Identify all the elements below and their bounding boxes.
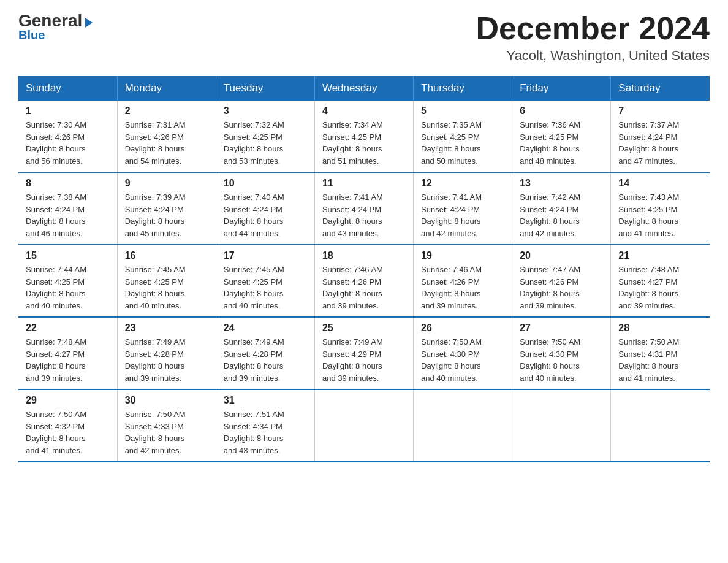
day-info: Sunrise: 7:38 AMSunset: 4:24 PMDaylight:… [26, 193, 86, 238]
table-row: 23 Sunrise: 7:49 AMSunset: 4:28 PMDaylig… [117, 317, 216, 389]
day-number: 27 [520, 323, 603, 334]
table-row: 15 Sunrise: 7:44 AMSunset: 4:25 PMDaylig… [18, 245, 117, 317]
day-number: 2 [125, 105, 208, 117]
day-number: 18 [322, 250, 406, 261]
table-row: 4 Sunrise: 7:34 AMSunset: 4:25 PMDayligh… [314, 101, 413, 172]
logo-text: General [18, 12, 94, 29]
table-row: 12 Sunrise: 7:41 AMSunset: 4:24 PMDaylig… [414, 172, 512, 245]
calendar-table: Sunday Monday Tuesday Wednesday Thursday… [18, 76, 710, 462]
day-number: 6 [520, 105, 603, 117]
table-row: 11 Sunrise: 7:41 AMSunset: 4:24 PMDaylig… [314, 172, 413, 245]
header-monday: Monday [117, 76, 216, 101]
day-info: Sunrise: 7:44 AMSunset: 4:25 PMDaylight:… [26, 265, 86, 310]
day-number: 19 [421, 250, 504, 261]
day-info: Sunrise: 7:32 AMSunset: 4:25 PMDaylight:… [224, 120, 284, 166]
location-title: Yacolt, Washington, United States [476, 48, 710, 64]
day-number: 11 [322, 178, 406, 189]
table-row: 9 Sunrise: 7:39 AMSunset: 4:24 PMDayligh… [117, 172, 216, 245]
header-friday: Friday [512, 76, 611, 101]
logo-triangle-icon [83, 17, 94, 28]
table-row [512, 389, 611, 462]
table-row: 27 Sunrise: 7:50 AMSunset: 4:30 PMDaylig… [512, 317, 611, 389]
day-info: Sunrise: 7:48 AMSunset: 4:27 PMDaylight:… [26, 337, 86, 383]
day-info: Sunrise: 7:34 AMSunset: 4:25 PMDaylight:… [322, 120, 383, 166]
title-section: December 2024 Yacolt, Washington, United… [476, 12, 710, 64]
table-row: 5 Sunrise: 7:35 AMSunset: 4:25 PMDayligh… [414, 101, 512, 172]
table-row: 19 Sunrise: 7:46 AMSunset: 4:26 PMDaylig… [414, 245, 512, 317]
calendar-week-row: 22 Sunrise: 7:48 AMSunset: 4:27 PMDaylig… [18, 317, 710, 389]
table-row: 28 Sunrise: 7:50 AMSunset: 4:31 PMDaylig… [611, 317, 710, 389]
day-number: 10 [224, 178, 307, 189]
day-number: 12 [421, 178, 504, 189]
day-info: Sunrise: 7:48 AMSunset: 4:27 PMDaylight:… [618, 265, 679, 310]
day-number: 3 [224, 105, 307, 117]
table-row: 13 Sunrise: 7:42 AMSunset: 4:24 PMDaylig… [512, 172, 611, 245]
day-info: Sunrise: 7:46 AMSunset: 4:26 PMDaylight:… [322, 265, 383, 310]
day-info: Sunrise: 7:50 AMSunset: 4:33 PMDaylight:… [125, 410, 186, 455]
day-number: 16 [125, 250, 208, 261]
month-title: December 2024 [476, 12, 710, 44]
day-info: Sunrise: 7:45 AMSunset: 4:25 PMDaylight:… [224, 265, 284, 310]
day-info: Sunrise: 7:50 AMSunset: 4:30 PMDaylight:… [520, 337, 580, 383]
table-row: 30 Sunrise: 7:50 AMSunset: 4:33 PMDaylig… [117, 389, 216, 462]
table-row: 6 Sunrise: 7:36 AMSunset: 4:25 PMDayligh… [512, 101, 611, 172]
table-row: 16 Sunrise: 7:45 AMSunset: 4:25 PMDaylig… [117, 245, 216, 317]
table-row: 18 Sunrise: 7:46 AMSunset: 4:26 PMDaylig… [314, 245, 413, 317]
day-info: Sunrise: 7:43 AMSunset: 4:25 PMDaylight:… [618, 193, 679, 238]
day-number: 31 [224, 395, 307, 406]
day-info: Sunrise: 7:49 AMSunset: 4:29 PMDaylight:… [322, 337, 383, 383]
logo: General Blue [18, 12, 94, 42]
day-info: Sunrise: 7:50 AMSunset: 4:32 PMDaylight:… [26, 410, 86, 455]
day-info: Sunrise: 7:36 AMSunset: 4:25 PMDaylight:… [520, 120, 580, 166]
day-number: 25 [322, 323, 406, 334]
header-tuesday: Tuesday [216, 76, 314, 101]
table-row: 14 Sunrise: 7:43 AMSunset: 4:25 PMDaylig… [611, 172, 710, 245]
day-info: Sunrise: 7:35 AMSunset: 4:25 PMDaylight:… [421, 120, 482, 166]
logo-blue: Blue [18, 28, 45, 42]
table-row: 10 Sunrise: 7:40 AMSunset: 4:24 PMDaylig… [216, 172, 314, 245]
calendar-week-row: 15 Sunrise: 7:44 AMSunset: 4:25 PMDaylig… [18, 245, 710, 317]
table-row [611, 389, 710, 462]
day-info: Sunrise: 7:41 AMSunset: 4:24 PMDaylight:… [421, 193, 482, 238]
day-info: Sunrise: 7:50 AMSunset: 4:31 PMDaylight:… [618, 337, 679, 383]
day-info: Sunrise: 7:45 AMSunset: 4:25 PMDaylight:… [125, 265, 186, 310]
day-number: 22 [26, 323, 110, 334]
day-number: 28 [618, 323, 702, 334]
table-row: 3 Sunrise: 7:32 AMSunset: 4:25 PMDayligh… [216, 101, 314, 172]
calendar-header-row: Sunday Monday Tuesday Wednesday Thursday… [18, 76, 710, 101]
day-number: 17 [224, 250, 307, 261]
table-row: 24 Sunrise: 7:49 AMSunset: 4:28 PMDaylig… [216, 317, 314, 389]
day-info: Sunrise: 7:31 AMSunset: 4:26 PMDaylight:… [125, 120, 186, 166]
table-row: 20 Sunrise: 7:47 AMSunset: 4:26 PMDaylig… [512, 245, 611, 317]
day-number: 1 [26, 105, 110, 117]
table-row: 31 Sunrise: 7:51 AMSunset: 4:34 PMDaylig… [216, 389, 314, 462]
day-number: 30 [125, 395, 208, 406]
table-row: 17 Sunrise: 7:45 AMSunset: 4:25 PMDaylig… [216, 245, 314, 317]
table-row: 21 Sunrise: 7:48 AMSunset: 4:27 PMDaylig… [611, 245, 710, 317]
day-info: Sunrise: 7:40 AMSunset: 4:24 PMDaylight:… [224, 193, 284, 238]
calendar-week-row: 8 Sunrise: 7:38 AMSunset: 4:24 PMDayligh… [18, 172, 710, 245]
day-number: 8 [26, 178, 110, 189]
day-number: 13 [520, 178, 603, 189]
day-info: Sunrise: 7:49 AMSunset: 4:28 PMDaylight:… [125, 337, 186, 383]
header-saturday: Saturday [611, 76, 710, 101]
day-info: Sunrise: 7:37 AMSunset: 4:24 PMDaylight:… [618, 120, 679, 166]
day-number: 21 [618, 250, 702, 261]
day-info: Sunrise: 7:50 AMSunset: 4:30 PMDaylight:… [421, 337, 482, 383]
table-row: 2 Sunrise: 7:31 AMSunset: 4:26 PMDayligh… [117, 101, 216, 172]
table-row: 22 Sunrise: 7:48 AMSunset: 4:27 PMDaylig… [18, 317, 117, 389]
table-row: 29 Sunrise: 7:50 AMSunset: 4:32 PMDaylig… [18, 389, 117, 462]
day-number: 23 [125, 323, 208, 334]
table-row [314, 389, 413, 462]
table-row: 26 Sunrise: 7:50 AMSunset: 4:30 PMDaylig… [414, 317, 512, 389]
page-header: General Blue December 2024 Yacolt, Washi… [18, 12, 710, 64]
day-number: 29 [26, 395, 110, 406]
day-number: 9 [125, 178, 208, 189]
calendar-week-row: 29 Sunrise: 7:50 AMSunset: 4:32 PMDaylig… [18, 389, 710, 462]
day-number: 5 [421, 105, 504, 117]
day-number: 26 [421, 323, 504, 334]
day-info: Sunrise: 7:42 AMSunset: 4:24 PMDaylight:… [520, 193, 580, 238]
table-row: 7 Sunrise: 7:37 AMSunset: 4:24 PMDayligh… [611, 101, 710, 172]
table-row: 8 Sunrise: 7:38 AMSunset: 4:24 PMDayligh… [18, 172, 117, 245]
day-info: Sunrise: 7:47 AMSunset: 4:26 PMDaylight:… [520, 265, 580, 310]
